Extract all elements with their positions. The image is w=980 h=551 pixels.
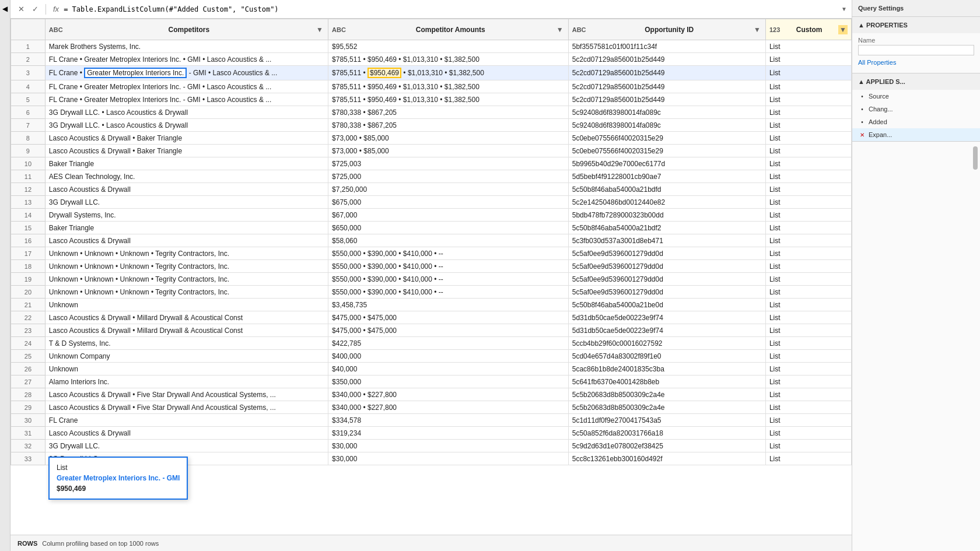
custom-cell[interactable]: List	[765, 414, 851, 427]
amounts-cell[interactable]: $67,000	[328, 209, 569, 222]
competitors-cell[interactable]: Baker Triangle	[45, 157, 328, 170]
competitors-cell[interactable]: Unknown	[45, 299, 328, 311]
custom-cell[interactable]: List	[765, 145, 851, 157]
custom-cell[interactable]: List	[765, 440, 851, 452]
opportunity-cell[interactable]: 5c50b8f46aba54000a21bdfd	[568, 183, 765, 196]
custom-cell[interactable]: List	[765, 170, 851, 183]
amounts-cell[interactable]: $334,578	[328, 414, 569, 427]
table-row[interactable]: 3FL Crane • Greater Metroplex Interiors …	[11, 66, 852, 80]
opportunity-cell[interactable]: 5bf3557581c01f001f11c34f	[568, 40, 765, 53]
competitors-cell[interactable]: Lasco Acoustics & Drywall	[45, 234, 328, 247]
applied-step-1[interactable]: •Chang...	[852, 103, 980, 115]
amounts-cell[interactable]: $650,000	[328, 222, 569, 234]
amounts-cell[interactable]: $3,458,735	[328, 299, 569, 311]
custom-cell[interactable]: List	[765, 311, 851, 324]
custom-cell[interactable]: List	[765, 324, 851, 337]
custom-cell[interactable]: List	[765, 196, 851, 209]
table-row[interactable]: 26Unknown$40,0005cac86b1b8de24001835c3ba…	[11, 363, 852, 375]
custom-cell[interactable]: List	[765, 363, 851, 375]
custom-cell[interactable]: List	[765, 388, 851, 401]
opportunity-cell[interactable]: 5c2cd07129a856001b25d449	[568, 80, 765, 93]
competitors-cell[interactable]: Drywall Systems, Inc.	[45, 209, 328, 222]
table-row[interactable]: 15Baker Triangle$650,0005c50b8f46aba5400…	[11, 222, 852, 234]
table-row[interactable]: 24T & D Systems, Inc.$422,7855ccb4bb29f6…	[11, 337, 852, 350]
custom-cell[interactable]: List	[765, 209, 851, 222]
sidebar-toggle[interactable]: ◀	[0, 0, 10, 551]
table-row[interactable]: 73G Drywall LLC. • Lasco Acoustics & Dry…	[11, 119, 852, 132]
amounts-cell[interactable]: $550,000 • $390,000 • $410,000 • --	[328, 260, 569, 273]
competitors-cell[interactable]: Lasco Acoustics & Drywall • Baker Triang…	[45, 145, 328, 157]
table-row[interactable]: 18Unknown • Unknown • Unknown • Tegrity …	[11, 260, 852, 273]
query-settings-header[interactable]: Query Settings	[852, 0, 980, 16]
opportunity-cell[interactable]: 5c641fb6370e4001428b8eb	[568, 375, 765, 388]
amounts-cell[interactable]: $73,000 • $85,000	[328, 132, 569, 145]
amounts-cell[interactable]: $30,000	[328, 440, 569, 452]
competitors-cell[interactable]: 3G Drywall LLC. • Lasco Acoustics & Dryw…	[45, 106, 328, 119]
custom-cell[interactable]: List	[765, 286, 851, 299]
competitors-filter-button[interactable]: ▼	[315, 25, 324, 34]
table-row[interactable]: 31Lasco Acoustics & Drywall$319,2345c50a…	[11, 427, 852, 440]
custom-cell[interactable]: List	[765, 53, 851, 66]
table-row[interactable]: 20Unknown • Unknown • Unknown • Tegrity …	[11, 286, 852, 299]
competitors-cell[interactable]: FL Crane • Greater Metroplex Interiors I…	[45, 66, 328, 80]
amounts-cell[interactable]: $785,511 • $950,469 • $1,013,310 • $1,38…	[328, 53, 569, 66]
amounts-cell[interactable]: $475,000 • $475,000	[328, 324, 569, 337]
opportunity-cell[interactable]: 5c92408d6f83980014fa089c	[568, 119, 765, 132]
applied-step-2[interactable]: •Added	[852, 115, 980, 128]
custom-cell[interactable]: List	[765, 337, 851, 350]
formula-text[interactable]: = Table.ExpandListColumn(#"Added Custom"…	[64, 5, 839, 13]
custom-cell[interactable]: List	[765, 183, 851, 196]
opportunity-cell[interactable]: 5c5b20683d8b8500309c2a4e	[568, 388, 765, 401]
amounts-cell[interactable]: $73,000 • $85,000	[328, 145, 569, 157]
competitors-cell[interactable]: Baker Triangle	[45, 222, 328, 234]
custom-cell[interactable]: List	[765, 80, 851, 93]
competitors-cell[interactable]: Lasco Acoustics & Drywall	[45, 427, 328, 440]
amounts-cell[interactable]: $780,338 • $867,205	[328, 106, 569, 119]
opportunity-cell[interactable]: 5c2cd07129a856001b25d449	[568, 53, 765, 66]
table-row[interactable]: 4FL Crane • Greater Metroplex Interiors …	[11, 80, 852, 93]
amounts-cell[interactable]: $785,511 • $950,469 • $1,013,310 • $1,38…	[328, 66, 569, 80]
custom-cell[interactable]: List	[765, 157, 851, 170]
applied-step-3[interactable]: ✕Expan...	[852, 128, 980, 141]
amounts-cell[interactable]: $785,511 • $950,469 • $1,013,310 • $1,38…	[328, 80, 569, 93]
opportunity-cell[interactable]: 5d31db50cae5de00223e9f74	[568, 324, 765, 337]
competitors-cell[interactable]: FL Crane • Greater Metroplex Interiors I…	[45, 53, 328, 66]
table-row[interactable]: 14Drywall Systems, Inc.$67,0005bdb478fb7…	[11, 209, 852, 222]
custom-cell[interactable]: List	[765, 452, 851, 465]
custom-cell[interactable]: List	[765, 132, 851, 145]
table-row[interactable]: 23Lasco Acoustics & Drywall • Millard Dr…	[11, 324, 852, 337]
opportunity-cell[interactable]: 5c5af0ee9d5396001279dd0d	[568, 273, 765, 286]
table-row[interactable]: 9Lasco Acoustics & Drywall • Baker Trian…	[11, 145, 852, 157]
amounts-cell[interactable]: $550,000 • $390,000 • $410,000 • --	[328, 273, 569, 286]
competitors-cell[interactable]: Unknown Company	[45, 350, 328, 363]
column-header-competitors[interactable]: ABC Competitors ▼	[45, 19, 328, 40]
amounts-cell[interactable]: $475,000 • $475,000	[328, 311, 569, 324]
competitors-cell[interactable]: T & D Systems, Inc.	[45, 337, 328, 350]
competitors-cell[interactable]: FL Crane • Greater Metroplex Interiors I…	[45, 93, 328, 106]
opportunity-cell[interactable]: 5b9965b40d29e7000ec6177d	[568, 157, 765, 170]
opportunity-cell[interactable]: 5c2cd07129a856001b25d449	[568, 66, 765, 80]
amounts-cell[interactable]: $95,552	[328, 40, 569, 53]
table-row[interactable]: 19Unknown • Unknown • Unknown • Tegrity …	[11, 273, 852, 286]
table-row[interactable]: 25Unknown Company$400,0005cd04e657d4a830…	[11, 350, 852, 363]
competitors-cell[interactable]: Unknown • Unknown • Unknown • Tegrity Co…	[45, 247, 328, 260]
competitors-cell[interactable]: Unknown	[45, 363, 328, 375]
opportunity-cell[interactable]: 5d5bebf4f91228001cb90ae7	[568, 170, 765, 183]
table-row[interactable]: 17Unknown • Unknown • Unknown • Tegrity …	[11, 247, 852, 260]
amounts-cell[interactable]: $58,060	[328, 234, 569, 247]
amounts-cell[interactable]: $340,000 • $227,800	[328, 401, 569, 414]
table-row[interactable]: 8Lasco Acoustics & Drywall • Baker Trian…	[11, 132, 852, 145]
opportunity-cell[interactable]: 5bdb478fb7289000323b00dd	[568, 209, 765, 222]
right-scrollbar-thumb[interactable]	[973, 146, 978, 170]
opportunity-cell[interactable]: 5c92408d6f83980014fa089c	[568, 106, 765, 119]
name-input[interactable]	[858, 45, 974, 55]
custom-cell[interactable]: List	[765, 234, 851, 247]
custom-cell[interactable]: List	[765, 427, 851, 440]
opportunity-cell[interactable]: 5c2e14250486bd0012440e82	[568, 196, 765, 209]
column-header-amounts[interactable]: ABC Competitor Amounts ▼	[328, 19, 569, 40]
amounts-cell[interactable]: $550,000 • $390,000 • $410,000 • --	[328, 286, 569, 299]
opportunity-cell[interactable]: 5c0ebe075566f40020315e29	[568, 145, 765, 157]
opportunity-cell[interactable]: 5cc8c13261ebb300160d492f	[568, 452, 765, 465]
table-row[interactable]: 29Lasco Acoustics & Drywall • Five Star …	[11, 401, 852, 414]
custom-cell[interactable]: List	[765, 273, 851, 286]
